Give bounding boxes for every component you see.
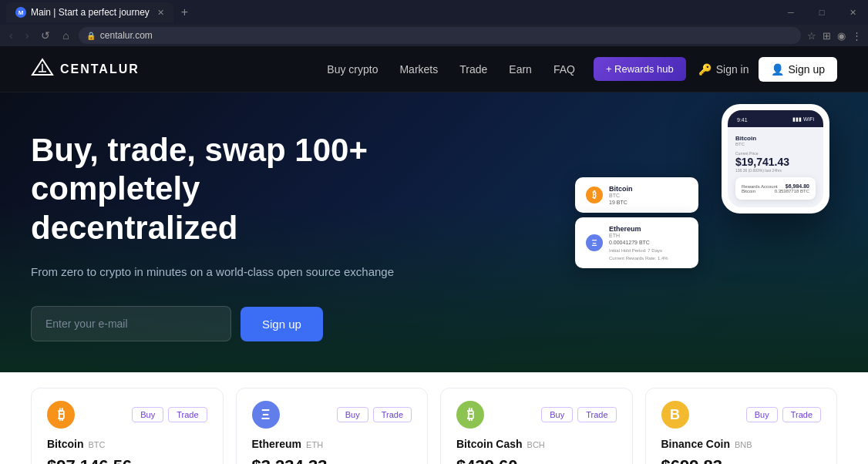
- btc-price-card: ₿ Buy Trade Bitcoin BTC $97,146.56 +2.14…: [31, 388, 224, 464]
- nav-buy-crypto[interactable]: Buy crypto: [327, 63, 378, 76]
- btc-trade-btn[interactable]: Trade: [168, 407, 207, 422]
- eth-buy-btn[interactable]: Buy: [337, 407, 368, 422]
- phone-top-bar: 9:41 ▮▮▮ WiFi: [728, 110, 823, 127]
- bnb-sym: BNB: [735, 440, 752, 449]
- bnb-icon: B: [661, 401, 689, 429]
- btc-price-row: $97,146.56 +2.14%: [47, 456, 207, 464]
- browser-chrome: M Main | Start a perfect journey ✕ + ─ □…: [0, 0, 868, 46]
- sign-in-icon: 🔑: [698, 63, 712, 76]
- sign-up-button[interactable]: 👤 Sign up: [759, 57, 837, 82]
- eth-float-name: Ethereum: [609, 225, 668, 233]
- tab-title: Main | Start a perfect journey: [31, 7, 150, 18]
- nav-markets[interactable]: Markets: [399, 63, 438, 76]
- address-bar[interactable]: 🔒 centalur.com: [79, 27, 801, 44]
- new-tab-button[interactable]: +: [177, 5, 193, 19]
- bnb-buy-btn[interactable]: Buy: [746, 407, 778, 422]
- tab-bar: M Main | Start a perfect journey ✕ + ─ □…: [0, 0, 868, 25]
- nav-trade[interactable]: Trade: [459, 63, 487, 76]
- bch-icon: ₿: [456, 401, 484, 429]
- profile-icon[interactable]: ◉: [837, 30, 846, 42]
- forward-button[interactable]: ›: [22, 28, 32, 43]
- logo-icon: [31, 58, 54, 81]
- bch-price-card: ₿ Buy Trade Bitcoin Cash BCH $439.60 +1.…: [440, 388, 633, 464]
- eth-rewards-rate: Current Rewards Rate: 1.4%: [609, 256, 668, 261]
- main-nav: Buy crypto Markets Trade Earn FAQ: [327, 63, 575, 76]
- btc-price: $97,146.56: [47, 456, 132, 464]
- bookmark-icon[interactable]: ☆: [807, 30, 816, 42]
- home-button[interactable]: ⌂: [59, 28, 72, 43]
- refresh-button[interactable]: ↺: [38, 28, 53, 43]
- btc-float-icon: ₿: [586, 187, 603, 203]
- extensions-icon[interactable]: ⊞: [823, 30, 831, 42]
- bch-card-actions: Buy Trade: [541, 407, 616, 422]
- bnb-card-actions: Buy Trade: [746, 407, 821, 422]
- active-tab[interactable]: M Main | Start a perfect journey ✕: [6, 2, 173, 22]
- eth-name: Ethereum: [252, 438, 302, 450]
- bch-name-row: Bitcoin Cash BCH: [456, 438, 617, 450]
- phone-time: 9:41: [737, 117, 748, 123]
- minimize-button[interactable]: ─: [775, 0, 806, 25]
- eth-price: $3,234.33: [252, 456, 328, 464]
- menu-icon[interactable]: ⋮: [852, 30, 862, 42]
- ssl-icon: 🔒: [86, 32, 96, 40]
- maximize-button[interactable]: □: [806, 0, 837, 25]
- rewards-coin: Bitcoin: [742, 189, 755, 193]
- btc-card-top: ₿ Buy Trade: [47, 401, 207, 429]
- eth-trade-btn[interactable]: Trade: [373, 407, 412, 422]
- btc-card-actions: Buy Trade: [132, 407, 207, 422]
- phone-rewards-card: Rewards Account $6,984.80 Bitcoin 0.3538…: [735, 177, 816, 200]
- email-input[interactable]: [31, 306, 231, 341]
- eth-hold-period: Initial Hold Period: 7 Days: [609, 248, 668, 253]
- logo[interactable]: CENTALUR: [31, 58, 140, 81]
- eth-name-row: Ethereum ETH: [252, 438, 412, 450]
- auth-buttons: 🔑 Sign in 👤 Sign up: [698, 57, 837, 82]
- bch-sym: BCH: [527, 440, 545, 449]
- rewards-label: Rewards Account: [742, 184, 778, 189]
- ethereum-float-card: Ξ Ethereum ETH 0.00041279 BTC Initial Ho…: [575, 217, 698, 268]
- phone-mockup-main: 9:41 ▮▮▮ WiFi Bitcoin BTC Current Price …: [722, 104, 829, 214]
- rewards-sub-row: Bitcoin 0.35387718 BTC: [742, 189, 809, 193]
- bch-name: Bitcoin Cash: [456, 438, 523, 450]
- btc-float-amount: 19 BTC: [609, 200, 633, 205]
- bch-price: $439.60: [456, 456, 518, 464]
- bnb-price-row: $699.83 +1.32%: [661, 456, 822, 464]
- eth-float-icon: Ξ: [586, 234, 603, 251]
- hero-content: Buy, trade, swap 100+ completely decentr…: [31, 131, 401, 341]
- bnb-price: $699.83: [661, 456, 723, 464]
- hero-section: Buy, trade, swap 100+ completely decentr…: [0, 92, 868, 372]
- eth-sym: ETH: [306, 440, 323, 449]
- tab-favicon: M: [15, 7, 26, 18]
- rewards-btc: 0.35387718 BTC: [775, 189, 809, 193]
- sign-in-button[interactable]: 🔑 Sign in: [698, 63, 749, 76]
- bnb-trade-btn[interactable]: Trade: [782, 407, 821, 422]
- phone-screen: 9:41 ▮▮▮ WiFi Bitcoin BTC Current Price …: [728, 110, 823, 207]
- close-button[interactable]: ✕: [837, 0, 868, 25]
- btc-buy-btn[interactable]: Buy: [132, 407, 163, 422]
- logo-text: CENTALUR: [60, 62, 140, 76]
- nav-earn[interactable]: Earn: [509, 63, 532, 76]
- phone-coin-name: Bitcoin: [735, 135, 816, 142]
- floating-cards: ₿ Bitcoin BTC 19 BTC Ξ Ethereum ETH 0.00…: [575, 177, 698, 273]
- url-text: centalur.com: [100, 30, 793, 41]
- bch-trade-btn[interactable]: Trade: [577, 407, 616, 422]
- bch-buy-btn[interactable]: Buy: [541, 407, 573, 422]
- tab-close-btn[interactable]: ✕: [157, 8, 164, 18]
- bch-price-row: $439.60 +1.50%: [456, 456, 617, 464]
- phone-price-sub: 138.36 (0.693%) last 24hrs: [735, 168, 816, 173]
- eth-float-info: Ethereum ETH 0.00041279 BTC Initial Hold…: [609, 225, 668, 261]
- hero-title: Buy, trade, swap 100+ completely decentr…: [31, 131, 401, 247]
- browser-nav-icons: ☆ ⊞ ◉ ⋮: [807, 30, 862, 42]
- eth-float-sym: ETH: [609, 233, 668, 238]
- user-icon: 👤: [771, 63, 784, 76]
- website-content: CENTALUR Buy crypto Markets Trade Earn F…: [0, 46, 868, 464]
- btc-float-info: Bitcoin BTC 19 BTC: [609, 185, 633, 205]
- hero-form: Sign up: [31, 306, 401, 341]
- nav-faq[interactable]: FAQ: [553, 63, 575, 76]
- back-button[interactable]: ‹: [6, 28, 16, 43]
- bnb-name-row: Binance Coin BNB: [661, 438, 822, 450]
- rewards-hub-button[interactable]: + Rewards hub: [594, 57, 686, 81]
- bnb-card-top: B Buy Trade: [661, 401, 822, 429]
- rewards-row: Rewards Account $6,984.80: [742, 183, 809, 189]
- signup-hero-button[interactable]: Sign up: [241, 307, 323, 341]
- nav-bar: ‹ › ↺ ⌂ 🔒 centalur.com ☆ ⊞ ◉ ⋮: [0, 25, 868, 46]
